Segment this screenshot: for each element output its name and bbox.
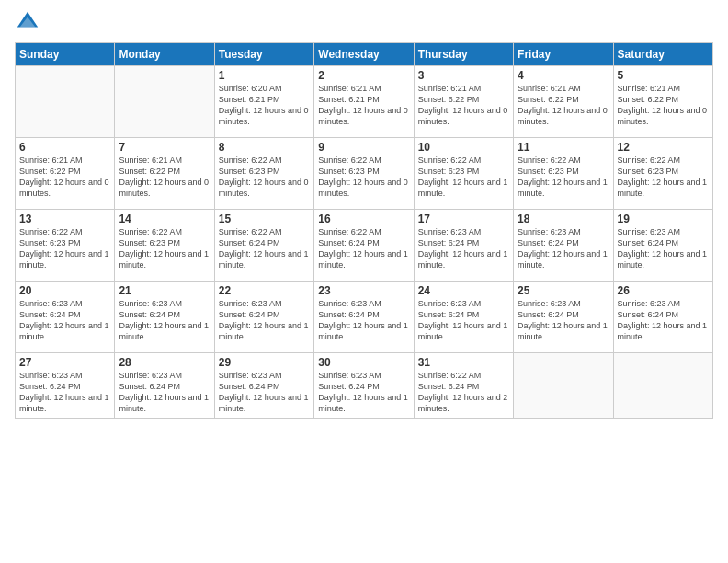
day-header-tuesday: Tuesday xyxy=(214,43,313,66)
day-info: Sunrise: 6:23 AMSunset: 6:24 PMDaylight:… xyxy=(418,298,509,343)
day-number: 9 xyxy=(318,141,409,154)
calendar-cell: 1Sunrise: 6:20 AMSunset: 6:21 PMDaylight… xyxy=(214,66,313,138)
calendar-cell: 17Sunrise: 6:23 AMSunset: 6:24 PMDayligh… xyxy=(414,210,513,282)
calendar-cell: 12Sunrise: 6:22 AMSunset: 6:23 PMDayligh… xyxy=(613,138,712,210)
calendar-cell: 30Sunrise: 6:23 AMSunset: 6:24 PMDayligh… xyxy=(314,353,414,419)
day-info: Sunrise: 6:21 AMSunset: 6:22 PMDaylight:… xyxy=(119,155,210,200)
day-info: Sunrise: 6:22 AMSunset: 6:23 PMDaylight:… xyxy=(418,155,509,200)
calendar-week-row: 13Sunrise: 6:22 AMSunset: 6:23 PMDayligh… xyxy=(16,210,713,282)
day-number: 21 xyxy=(119,284,210,297)
day-info: Sunrise: 6:23 AMSunset: 6:24 PMDaylight:… xyxy=(19,298,110,343)
day-number: 26 xyxy=(618,284,709,297)
day-info: Sunrise: 6:22 AMSunset: 6:23 PMDaylight:… xyxy=(19,226,110,271)
calendar-cell: 15Sunrise: 6:22 AMSunset: 6:24 PMDayligh… xyxy=(214,210,313,282)
day-info: Sunrise: 6:22 AMSunset: 6:23 PMDaylight:… xyxy=(618,155,709,200)
calendar-cell: 4Sunrise: 6:21 AMSunset: 6:22 PMDaylight… xyxy=(514,66,613,138)
day-number: 23 xyxy=(318,284,409,297)
day-number: 13 xyxy=(19,213,110,225)
day-header-monday: Monday xyxy=(115,43,214,66)
day-info: Sunrise: 6:23 AMSunset: 6:24 PMDaylight:… xyxy=(219,298,310,343)
day-info: Sunrise: 6:22 AMSunset: 6:24 PMDaylight:… xyxy=(219,226,310,271)
day-info: Sunrise: 6:23 AMSunset: 6:24 PMDaylight:… xyxy=(418,226,509,271)
calendar-cell: 11Sunrise: 6:22 AMSunset: 6:23 PMDayligh… xyxy=(514,138,613,210)
day-number: 5 xyxy=(618,69,709,82)
day-info: Sunrise: 6:21 AMSunset: 6:22 PMDaylight:… xyxy=(518,83,609,128)
calendar-cell: 26Sunrise: 6:23 AMSunset: 6:24 PMDayligh… xyxy=(613,282,712,353)
day-info: Sunrise: 6:22 AMSunset: 6:24 PMDaylight:… xyxy=(418,370,509,415)
day-info: Sunrise: 6:21 AMSunset: 6:22 PMDaylight:… xyxy=(618,83,709,128)
day-number: 7 xyxy=(119,141,210,154)
day-header-friday: Friday xyxy=(514,43,613,66)
calendar-cell: 24Sunrise: 6:23 AMSunset: 6:24 PMDayligh… xyxy=(414,282,513,353)
day-number: 28 xyxy=(119,356,210,369)
day-info: Sunrise: 6:23 AMSunset: 6:24 PMDaylight:… xyxy=(318,298,409,343)
day-number: 12 xyxy=(618,141,709,154)
calendar-week-row: 20Sunrise: 6:23 AMSunset: 6:24 PMDayligh… xyxy=(16,282,713,353)
day-number: 27 xyxy=(19,356,110,369)
day-info: Sunrise: 6:23 AMSunset: 6:24 PMDaylight:… xyxy=(618,226,709,271)
day-number: 8 xyxy=(219,141,310,154)
day-number: 2 xyxy=(318,69,409,82)
day-number: 19 xyxy=(618,213,709,225)
calendar-week-row: 27Sunrise: 6:23 AMSunset: 6:24 PMDayligh… xyxy=(16,353,713,419)
day-number: 31 xyxy=(418,356,509,369)
day-info: Sunrise: 6:22 AMSunset: 6:23 PMDaylight:… xyxy=(119,226,210,271)
day-number: 25 xyxy=(518,284,609,297)
day-info: Sunrise: 6:23 AMSunset: 6:24 PMDaylight:… xyxy=(518,298,609,343)
day-info: Sunrise: 6:20 AMSunset: 6:21 PMDaylight:… xyxy=(219,83,310,128)
day-number: 1 xyxy=(219,69,310,82)
calendar-table: SundayMondayTuesdayWednesdayThursdayFrid… xyxy=(15,42,713,419)
day-info: Sunrise: 6:21 AMSunset: 6:21 PMDaylight:… xyxy=(318,83,409,128)
day-number: 18 xyxy=(518,213,609,225)
generalblue-logo-icon xyxy=(15,9,40,35)
day-number: 24 xyxy=(418,284,509,297)
calendar-cell: 22Sunrise: 6:23 AMSunset: 6:24 PMDayligh… xyxy=(214,282,313,353)
day-number: 3 xyxy=(418,69,509,82)
calendar-week-row: 6Sunrise: 6:21 AMSunset: 6:22 PMDaylight… xyxy=(16,138,713,210)
calendar-cell: 13Sunrise: 6:22 AMSunset: 6:23 PMDayligh… xyxy=(16,210,115,282)
calendar-cell: 6Sunrise: 6:21 AMSunset: 6:22 PMDaylight… xyxy=(16,138,115,210)
day-header-saturday: Saturday xyxy=(613,43,712,66)
calendar-cell xyxy=(115,66,214,138)
day-info: Sunrise: 6:23 AMSunset: 6:24 PMDaylight:… xyxy=(219,370,310,415)
day-info: Sunrise: 6:22 AMSunset: 6:23 PMDaylight:… xyxy=(318,155,409,200)
calendar-cell: 16Sunrise: 6:22 AMSunset: 6:24 PMDayligh… xyxy=(314,210,414,282)
calendar-cell xyxy=(514,353,613,419)
day-number: 30 xyxy=(318,356,409,369)
calendar-cell: 9Sunrise: 6:22 AMSunset: 6:23 PMDaylight… xyxy=(314,138,414,210)
calendar-cell: 3Sunrise: 6:21 AMSunset: 6:22 PMDaylight… xyxy=(414,66,513,138)
day-number: 10 xyxy=(418,141,509,154)
calendar-cell: 20Sunrise: 6:23 AMSunset: 6:24 PMDayligh… xyxy=(16,282,115,353)
calendar-cell: 25Sunrise: 6:23 AMSunset: 6:24 PMDayligh… xyxy=(514,282,613,353)
day-info: Sunrise: 6:23 AMSunset: 6:24 PMDaylight:… xyxy=(518,226,609,271)
day-info: Sunrise: 6:23 AMSunset: 6:24 PMDaylight:… xyxy=(618,298,709,343)
day-info: Sunrise: 6:21 AMSunset: 6:22 PMDaylight:… xyxy=(19,155,110,200)
day-number: 16 xyxy=(318,213,409,225)
calendar-cell: 29Sunrise: 6:23 AMSunset: 6:24 PMDayligh… xyxy=(214,353,313,419)
logo xyxy=(15,9,44,35)
day-info: Sunrise: 6:23 AMSunset: 6:24 PMDaylight:… xyxy=(318,370,409,415)
day-info: Sunrise: 6:23 AMSunset: 6:24 PMDaylight:… xyxy=(19,370,110,415)
day-number: 6 xyxy=(19,141,110,154)
calendar-cell: 23Sunrise: 6:23 AMSunset: 6:24 PMDayligh… xyxy=(314,282,414,353)
day-header-thursday: Thursday xyxy=(414,43,513,66)
calendar-cell: 28Sunrise: 6:23 AMSunset: 6:24 PMDayligh… xyxy=(115,353,214,419)
calendar-cell: 7Sunrise: 6:21 AMSunset: 6:22 PMDaylight… xyxy=(115,138,214,210)
calendar-header-row: SundayMondayTuesdayWednesdayThursdayFrid… xyxy=(16,43,713,66)
day-info: Sunrise: 6:22 AMSunset: 6:23 PMDaylight:… xyxy=(219,155,310,200)
day-info: Sunrise: 6:23 AMSunset: 6:24 PMDaylight:… xyxy=(119,298,210,343)
day-header-wednesday: Wednesday xyxy=(314,43,414,66)
page: SundayMondayTuesdayWednesdayThursdayFrid… xyxy=(0,0,728,563)
calendar-cell: 31Sunrise: 6:22 AMSunset: 6:24 PMDayligh… xyxy=(414,353,513,419)
day-number: 20 xyxy=(19,284,110,297)
calendar-cell: 19Sunrise: 6:23 AMSunset: 6:24 PMDayligh… xyxy=(613,210,712,282)
calendar-cell xyxy=(613,353,712,419)
header xyxy=(15,9,713,35)
calendar-cell: 2Sunrise: 6:21 AMSunset: 6:21 PMDaylight… xyxy=(314,66,414,138)
calendar-cell: 18Sunrise: 6:23 AMSunset: 6:24 PMDayligh… xyxy=(514,210,613,282)
calendar-cell: 21Sunrise: 6:23 AMSunset: 6:24 PMDayligh… xyxy=(115,282,214,353)
calendar-cell: 27Sunrise: 6:23 AMSunset: 6:24 PMDayligh… xyxy=(16,353,115,419)
day-number: 29 xyxy=(219,356,310,369)
day-number: 14 xyxy=(119,213,210,225)
day-info: Sunrise: 6:22 AMSunset: 6:24 PMDaylight:… xyxy=(318,226,409,271)
